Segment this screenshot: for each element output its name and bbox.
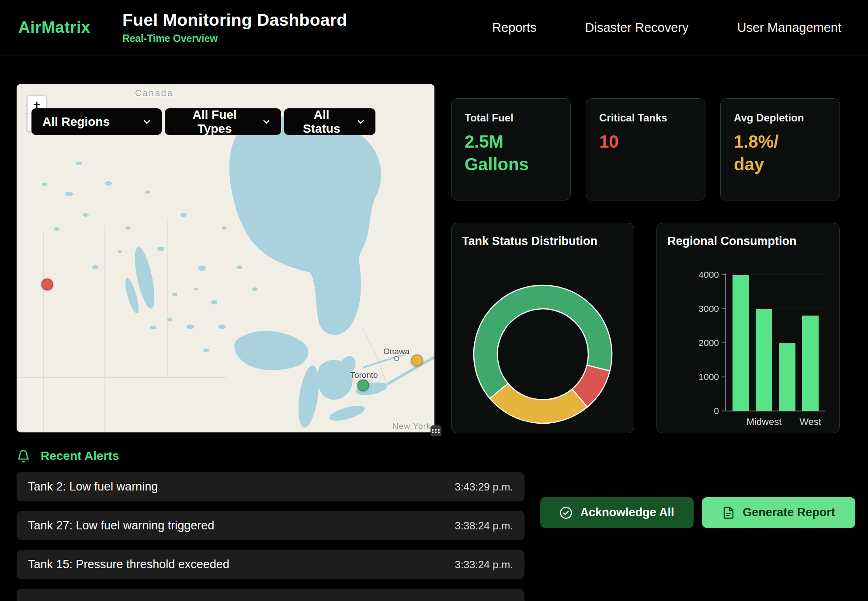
map-label-toronto: Toronto	[350, 370, 378, 380]
recent-alerts-section: Recent Alerts Tank 2: Low fuel warning 3…	[0, 433, 868, 601]
acknowledge-all-label: Acknowledge All	[580, 506, 674, 519]
app-header: AirMatrix Fuel Monitoring Dashboard Real…	[0, 0, 868, 55]
fuel-type-filter-value: All Fuel Types	[176, 108, 253, 136]
alert-row[interactable]: Tank 2: Low fuel warning 3:43:29 p.m.	[17, 472, 524, 501]
stat-label: Avg Depletion	[734, 112, 826, 124]
stat-label: Total Fuel	[465, 112, 557, 124]
svg-text:3000: 3000	[698, 304, 719, 314]
svg-text:West: West	[799, 416, 821, 427]
right-column: Total Fuel 2.5M Gallons Critical Tanks 1…	[451, 84, 840, 433]
page-title: Fuel Monitoring Dashboard	[122, 10, 347, 30]
nav-reports[interactable]: Reports	[492, 21, 537, 35]
stat-value-line: Gallons	[465, 153, 557, 176]
alerts-header: Recent Alerts	[17, 449, 855, 463]
tank-marker-warning[interactable]	[411, 355, 423, 366]
stat-value: 1.8%/ day	[734, 130, 826, 176]
map-filter-bar: All Regions All Fuel Types All Status	[31, 108, 375, 135]
stat-value: 2.5M Gallons	[465, 130, 557, 176]
tank-marker-critical[interactable]	[42, 279, 53, 290]
charts-row: Tank Status Distribution Regional Consum…	[451, 223, 840, 433]
map-label-ottawa: Ottawa	[383, 347, 410, 356]
chart-title: Regional Consumption	[667, 235, 829, 248]
status-filter-dropdown[interactable]: All Status	[284, 108, 375, 135]
tank-status-card: Tank Status Distribution	[451, 223, 634, 433]
regional-consumption-bar-chart[interactable]: 01000200030004000MidwestWest	[667, 263, 830, 428]
map-resize-handle-icon[interactable]	[431, 425, 441, 436]
alert-row[interactable]: Tank 15: Pressure threshold exceeded 3:3…	[17, 550, 524, 579]
svg-text:2000: 2000	[698, 338, 719, 348]
main-content: Canada Ottawa Toronto New York + − All R…	[0, 55, 868, 433]
stat-card-avg-depletion: Avg Depletion 1.8%/ day	[720, 98, 840, 200]
map-label-new-york: New York	[392, 421, 431, 431]
svg-text:Midwest: Midwest	[746, 416, 782, 427]
alert-text: Tank 15: Pressure threshold exceeded	[28, 558, 229, 571]
stat-label: Critical Tanks	[599, 112, 692, 124]
map-viewport[interactable]: Canada Ottawa Toronto New York + − All R…	[17, 84, 434, 432]
main-nav: Reports Disaster Recovery User Managemen…	[492, 21, 841, 35]
region-filter-dropdown[interactable]: All Regions	[31, 108, 162, 135]
map-label-canada: Canada	[135, 88, 174, 98]
tank-status-donut-chart[interactable]	[471, 282, 615, 426]
alerts-title: Recent Alerts	[41, 449, 119, 463]
stat-value-line: 1.8%/	[734, 130, 826, 153]
brand-logo: AirMatrix	[18, 18, 90, 37]
alerts-body: Tank 2: Low fuel warning 3:43:29 p.m. Ta…	[17, 472, 855, 601]
stat-card-total-fuel: Total Fuel 2.5M Gallons	[451, 98, 571, 200]
generate-report-label: Generate Report	[743, 506, 835, 519]
chevron-down-icon	[356, 117, 366, 127]
check-circle-icon	[559, 506, 573, 519]
map-panel: Canada Ottawa Toronto New York + − All R…	[17, 84, 434, 432]
bell-icon	[17, 449, 30, 463]
stat-card-critical-tanks: Critical Tanks 10	[586, 98, 705, 200]
tank-marker-normal[interactable]	[358, 380, 369, 391]
stat-value: 10	[599, 130, 692, 153]
document-icon	[722, 506, 735, 519]
fuel-type-filter-dropdown[interactable]: All Fuel Types	[165, 108, 281, 135]
status-filter-value: All Status	[295, 108, 348, 136]
alert-row[interactable]: Tank 27: Low fuel warning triggered 3:38…	[17, 511, 524, 540]
stat-value-line: day	[734, 153, 826, 176]
regional-consumption-card: Regional Consumption 01000200030004000Mi…	[656, 223, 840, 433]
nav-disaster-recovery[interactable]: Disaster Recovery	[585, 21, 689, 35]
alert-timestamp: 3:33:24 p.m.	[455, 559, 513, 571]
stat-value-line: 2.5M	[465, 130, 557, 153]
generate-report-button[interactable]: Generate Report	[702, 497, 855, 528]
svg-text:4000: 4000	[698, 269, 719, 280]
alert-text: Tank 27: Low fuel warning triggered	[28, 519, 214, 532]
alert-text: Tank 2: Low fuel warning	[28, 480, 158, 494]
acknowledge-all-button[interactable]: Acknowledge All	[540, 497, 694, 528]
alert-actions: Acknowledge All Generate Report	[540, 472, 855, 528]
map-canvas[interactable]	[17, 84, 434, 432]
title-block: Fuel Monitoring Dashboard Real-Time Over…	[122, 10, 347, 45]
page-subtitle: Real-Time Overview	[122, 33, 347, 45]
nav-user-management[interactable]: User Management	[737, 21, 841, 35]
alert-row-partial[interactable]	[17, 589, 524, 601]
svg-text:0: 0	[714, 406, 719, 416]
alert-list: Tank 2: Low fuel warning 3:43:29 p.m. Ta…	[17, 472, 524, 601]
chevron-down-icon	[261, 117, 271, 127]
chevron-down-icon	[142, 117, 152, 127]
chart-title: Tank Status Distribution	[462, 235, 623, 248]
region-filter-value: All Regions	[42, 115, 110, 129]
stats-row: Total Fuel 2.5M Gallons Critical Tanks 1…	[451, 98, 840, 200]
alert-timestamp: 3:38:24 p.m.	[455, 520, 513, 532]
svg-text:1000: 1000	[698, 372, 719, 382]
alert-timestamp: 3:43:29 p.m.	[455, 481, 513, 493]
stat-value-line: 10	[599, 130, 692, 153]
